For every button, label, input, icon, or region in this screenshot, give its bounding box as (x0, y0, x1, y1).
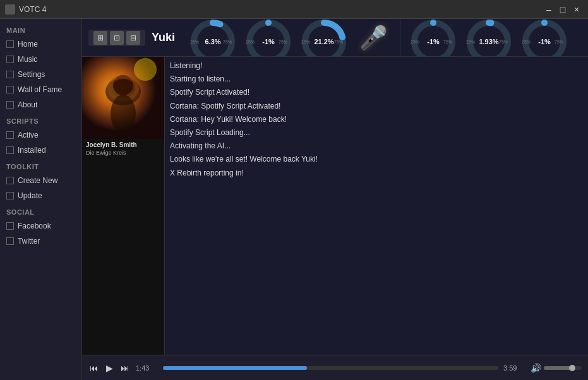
close-button[interactable]: × (570, 3, 583, 16)
svg-text:75%: 75% (499, 40, 508, 44)
sidebar-checkbox-create-new[interactable] (6, 177, 14, 184)
album-art (82, 57, 164, 139)
sidebar-label-music: Music (18, 55, 37, 64)
sidebar-item-installed[interactable]: Installed (0, 143, 81, 158)
user-label: Yuki (152, 31, 175, 44)
svg-text:25%: 25% (411, 40, 419, 44)
content-area: ⊞ ⊡ ⊟ Yuki CPU Usage 25% 75% (82, 19, 588, 380)
play-pause-button[interactable]: ▶ (105, 362, 114, 374)
toolbar-btn-3[interactable]: ⊟ (126, 31, 140, 45)
app-icon (5, 4, 15, 15)
sidebar-item-facebook[interactable]: Facebook (0, 218, 81, 234)
window-controls: – □ × (543, 3, 583, 16)
sidebar-label-settings: Settings (18, 70, 45, 79)
sidebar-label-active: Active (18, 131, 39, 140)
album-artist: Die Ewige Kreis (82, 148, 164, 157)
sidebar-checkbox-music[interactable] (6, 56, 14, 63)
player-bar: ⏮ ▶ ⏭ 1:43 3:59 🔊 (82, 355, 588, 380)
toolbar-btn-2[interactable]: ⊡ (110, 31, 124, 45)
sidebar-item-wall-of-fame[interactable]: Wall of Fame (0, 82, 81, 97)
sidebar-checkbox-update[interactable] (6, 192, 14, 199)
sidebar-checkbox-twitter[interactable] (6, 237, 14, 245)
progress-bar[interactable] (163, 366, 498, 370)
toolbar-icons: ⊞ ⊡ ⊟ (88, 30, 145, 46)
sidebar-section-social: Social (0, 203, 81, 218)
sidebar-item-active[interactable]: Active (0, 128, 81, 143)
progress-fill (163, 366, 307, 370)
sidebar-item-home[interactable]: Home (0, 37, 81, 52)
sidebar-section-toolkit: Toolkit (0, 158, 81, 173)
svg-text:75%: 75% (223, 40, 232, 44)
total-time: 3:59 (503, 364, 525, 372)
title-bar-left: VOTC 4 (5, 4, 46, 15)
sidebar-checkbox-active[interactable] (6, 131, 14, 139)
rewind-button[interactable]: ⏮ (88, 362, 100, 374)
sidebar-checkbox-wall-of-fame[interactable] (6, 86, 14, 93)
sidebar-item-about[interactable]: About (0, 97, 81, 112)
title-bar: VOTC 4 – □ × (0, 0, 588, 19)
svg-text:25%: 25% (190, 40, 199, 44)
main-layout: MAINHomeMusicSettingsWall of FameAboutSc… (0, 19, 588, 380)
log-entry: X Rebirth reporting in! (170, 167, 588, 180)
log-entry: Spotify Script Activated! (170, 86, 588, 99)
log-entry: Spotify Script Loading... (170, 126, 588, 140)
sidebar-item-update[interactable]: Update (0, 188, 81, 203)
mic-icon: 🎤 (359, 25, 388, 51)
log-entry: Looks like we're all set! Welcome back Y… (170, 153, 588, 166)
svg-text:75%: 75% (279, 40, 287, 44)
sidebar-item-create-new[interactable]: Create New (0, 173, 81, 188)
sidebar-section-main: MAIN (0, 21, 81, 37)
log-entry: Activating the AI... (170, 140, 588, 153)
svg-point-37 (134, 58, 157, 81)
svg-text:25%: 25% (246, 40, 255, 44)
toolbar-btn-1[interactable]: ⊞ (93, 31, 107, 45)
sidebar-item-twitter[interactable]: Twitter (0, 234, 81, 249)
log-area: Listening!Starting to listen...Spotify S… (164, 57, 588, 355)
sidebar-checkbox-about[interactable] (6, 101, 14, 109)
volume-bar[interactable] (544, 366, 582, 370)
bottom-content: Jocelyn B. Smith Die Ewige Kreis Listeni… (82, 57, 588, 355)
top-bar: ⊞ ⊡ ⊟ Yuki CPU Usage 25% 75% (82, 19, 588, 57)
volume-icon: 🔊 (531, 363, 541, 373)
sidebar-checkbox-home[interactable] (6, 40, 14, 48)
sidebar-label-facebook: Facebook (18, 222, 51, 230)
fast-forward-button[interactable]: ⏭ (119, 362, 131, 374)
volume-fill (544, 366, 572, 370)
sidebar-section-scripts: Scripts (0, 112, 81, 128)
minimize-button[interactable]: – (543, 3, 555, 16)
svg-text:25%: 25% (522, 40, 531, 44)
sidebar-checkbox-settings[interactable] (6, 71, 14, 78)
meter-value-cpu-temp: -1% (427, 38, 440, 45)
maximize-button[interactable]: □ (556, 3, 569, 16)
log-entry: Cortana: Spotify Script Activated! (170, 100, 588, 113)
sidebar-item-music[interactable]: Music (0, 52, 81, 67)
svg-text:25%: 25% (301, 40, 310, 44)
svg-text:75%: 75% (334, 40, 343, 44)
sidebar-label-twitter: Twitter (18, 237, 40, 246)
album-title: Jocelyn B. Smith (82, 139, 164, 148)
log-entry: Listening! (170, 59, 588, 73)
sidebar: MAINHomeMusicSettingsWall of FameAboutSc… (0, 19, 82, 380)
svg-text:75%: 75% (443, 40, 452, 44)
sidebar-label-update: Update (18, 191, 42, 200)
meter-value-cpu-usage: 6.3% (205, 38, 220, 45)
volume-container: 🔊 (531, 363, 582, 373)
svg-text:25%: 25% (466, 40, 475, 44)
meter-value-gpu-temp: -1% (538, 38, 551, 45)
svg-point-36 (111, 95, 136, 133)
log-entry: Starting to listen... (170, 73, 588, 86)
log-entry: Cortana: Hey Yuki! Welcome back! (170, 113, 588, 126)
current-time: 1:43 (136, 364, 158, 372)
sidebar-label-installed: Installed (18, 146, 46, 155)
meter-value-gpu-usage: -1% (262, 38, 275, 45)
meter-value-ram-usage: 21.2% (314, 38, 333, 45)
sidebar-label-about: About (18, 100, 37, 109)
sidebar-checkbox-installed[interactable] (6, 146, 14, 154)
app-title: VOTC 4 (19, 5, 46, 14)
log-scroll[interactable]: Listening!Starting to listen...Spotify S… (165, 57, 588, 355)
volume-thumb[interactable] (569, 365, 575, 371)
meter-value-mic-level: 1.93% (479, 38, 498, 45)
sidebar-label-wall-of-fame: Wall of Fame (18, 85, 62, 94)
sidebar-checkbox-facebook[interactable] (6, 222, 14, 230)
sidebar-item-settings[interactable]: Settings (0, 67, 81, 82)
